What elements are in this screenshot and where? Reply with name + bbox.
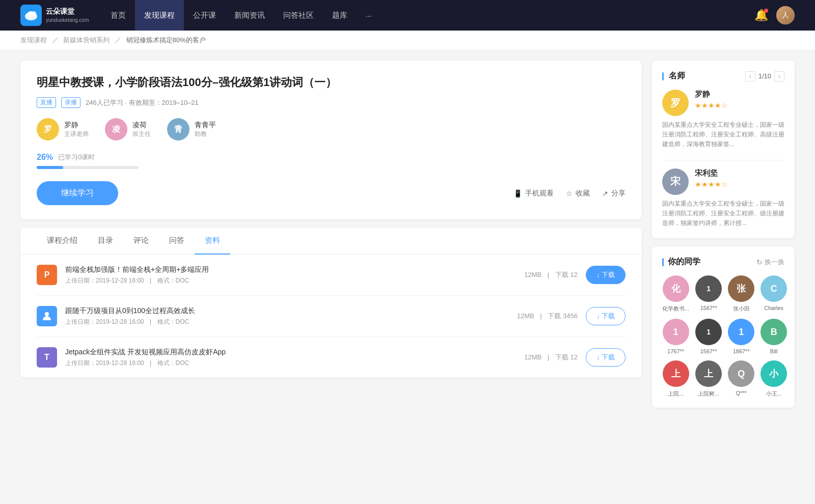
tab-comments[interactable]: 评论 <box>123 228 159 255</box>
resource-info-1: 前端全栈加强版！前端全栈+全周期+多端应用 上传日期：2019-12-28 16… <box>65 265 516 285</box>
navbar: 云朵课堂 yunduoketang.com 首页 发现课程 公开课 新闻资讯 问… <box>0 0 815 31</box>
tab-qa[interactable]: 问答 <box>159 228 195 255</box>
resource-item-3: T Jetpack全组件实战 开发短视频应用高仿皮皮虾App 上传日期：2019… <box>37 337 626 378</box>
course-meta-text: 246人已学习 · 有效期至：2019–10–21 <box>86 98 199 107</box>
classmate-9[interactable]: 上 上院... <box>662 360 689 398</box>
classmate-12-name: 小王... <box>760 390 787 398</box>
resource-item-1: P 前端全栈加强版！前端全栈+全周期+多端应用 上传日期：2019-12-28 … <box>37 255 626 296</box>
action-buttons: 📱 手机观看 ☆ 收藏 ↗ 分享 <box>513 189 626 198</box>
classmate-4[interactable]: C Charles <box>760 275 787 313</box>
teacher-sidebar-card: 名师 ‹ 1/10 › 罗 罗静 ★★★★☆ 国内某重点大学安全工 <box>652 61 795 238</box>
notification-dot <box>764 9 768 13</box>
teacher-sidebar-title: 名师 <box>662 71 685 81</box>
resource-name-1: 前端全栈加强版！前端全栈+全周期+多端应用 <box>65 265 516 274</box>
classmate-1-name: 化学教书... <box>662 305 689 313</box>
classmate-5-name: 1767** <box>662 348 689 354</box>
teacher-1: 罗 罗静 主讲老师 <box>37 118 89 141</box>
download-button-1[interactable]: ↓ 下载 <box>586 266 626 284</box>
svg-point-3 <box>45 312 49 316</box>
classmate-8[interactable]: B Bill <box>760 319 787 354</box>
breadcrumb: 发现课程 ／ 新媒体营销系列 ／ 销冠修炼术搞定80%的客户 <box>0 31 815 50</box>
classmate-1[interactable]: 化 化学教书... <box>662 275 689 313</box>
progress-section: 26% 已学习0课时 <box>37 153 626 169</box>
teacher-3: 青 青青平 助教 <box>167 118 216 141</box>
nav-item-news[interactable]: 新闻资讯 <box>225 0 274 31</box>
classmate-7[interactable]: 1 1867** <box>728 319 754 354</box>
resource-meta-2: 上传日期：2019-12-28 16:00 | 格式：DOC <box>65 318 509 326</box>
teacher-2-role: 班主任 <box>132 130 151 138</box>
sidebar-teacher-1-avatar: 罗 <box>662 90 689 116</box>
share-icon: ↗ <box>602 189 608 198</box>
resource-stats-1: 12MB | 下载 12 <box>524 270 578 279</box>
nav-item-courses[interactable]: 发现课程 <box>135 0 184 31</box>
resource-icon-1: P <box>37 265 57 285</box>
prev-teacher-button[interactable]: ‹ <box>745 71 755 81</box>
resource-stats-3: 12MB | 下载 12 <box>524 353 578 362</box>
resource-list: P 前端全栈加强版！前端全栈+全周期+多端应用 上传日期：2019-12-28 … <box>20 255 642 378</box>
resource-icon-2 <box>37 306 57 326</box>
user-avatar[interactable]: 人 <box>776 6 795 24</box>
nav-item-open[interactable]: 公开课 <box>184 0 225 31</box>
course-title: 明星中教授课，小学阶段语法100分–强化级第1讲动词（一） <box>37 75 626 90</box>
resource-info-2: 跟随千万级项目从0到100全过程高效成长 上传日期：2019-12-28 16:… <box>65 306 509 326</box>
nav-item-more[interactable]: ··· <box>357 0 382 31</box>
teachers-row: 罗 罗静 主讲老师 凌 凌荷 班主任 青 青青平 <box>37 118 626 141</box>
nav-item-home[interactable]: 首页 <box>101 0 135 31</box>
classmate-11-name: Q*** <box>728 390 754 396</box>
tab-intro[interactable]: 课程介绍 <box>37 228 88 255</box>
sidebar-teacher-1-stars: ★★★★☆ <box>695 101 728 109</box>
collect-button[interactable]: ☆ 收藏 <box>566 189 590 198</box>
resource-name-3: Jetpack全组件实战 开发短视频应用高仿皮皮虾App <box>65 348 516 357</box>
notification-bell[interactable]: 🔔 <box>754 9 768 22</box>
resource-stats-2: 12MB | 下载 3456 <box>517 312 578 321</box>
phone-icon: 📱 <box>513 189 522 198</box>
course-actions: 继续学习 📱 手机观看 ☆ 收藏 ↗ 分享 <box>37 181 626 205</box>
progress-bar-bg <box>37 166 139 169</box>
resource-name-2: 跟随千万级项目从0到100全过程高效成长 <box>65 306 509 316</box>
classmate-3-name: 张小田 <box>728 305 754 313</box>
phone-watch-button[interactable]: 📱 手机观看 <box>513 189 554 198</box>
classmate-10[interactable]: 上 上院树... <box>695 360 722 398</box>
classmate-12[interactable]: 小 小王... <box>760 360 787 398</box>
breadcrumb-series[interactable]: 新媒体营销系列 <box>63 36 110 44</box>
classmate-2[interactable]: 1 1567** <box>695 275 722 313</box>
teacher-3-role: 助教 <box>195 130 216 138</box>
classmates-grid: 化 化学教书... 1 1567** 张 张小田 C Charles <box>662 275 784 398</box>
refresh-classmates-button[interactable]: ↻ 换一换 <box>756 258 784 267</box>
classmate-3[interactable]: 张 张小田 <box>728 275 754 313</box>
sidebar-teacher-1-name: 罗静 <box>695 90 728 99</box>
resource-meta-3: 上传日期：2019-12-28 16:00 | 格式：DOC <box>65 359 516 368</box>
teacher-2-name: 凌荷 <box>132 121 151 130</box>
sidebar-teacher-2-stars: ★★★★☆ <box>695 180 728 188</box>
sidebar-teacher-1-desc: 国内某重点大学安全工程专业硕士，国家一级注册消防工程师、注册安全工程师、高级注册… <box>662 120 784 150</box>
progress-label: 26% <box>37 153 53 162</box>
next-teacher-button[interactable]: › <box>774 71 784 81</box>
share-button[interactable]: ↗ 分享 <box>602 189 626 198</box>
tab-resources[interactable]: 资料 <box>195 228 230 255</box>
tab-catalog[interactable]: 目录 <box>88 228 123 255</box>
teacher-3-name: 青青平 <box>195 121 216 130</box>
classmate-6[interactable]: 1 1567** <box>695 319 722 354</box>
sidebar-teacher-1: 罗 罗静 ★★★★☆ 国内某重点大学安全工程专业硕士，国家一级注册消防工程师、注… <box>662 90 784 150</box>
nav-item-quiz[interactable]: 题库 <box>323 0 357 31</box>
download-button-2[interactable]: ↓ 下载 <box>586 307 626 325</box>
breadcrumb-courses[interactable]: 发现课程 <box>20 36 47 44</box>
classmate-9-name: 上院... <box>662 390 689 398</box>
logo[interactable]: 云朵课堂 yunduoketang.com <box>20 5 89 26</box>
teacher-sidebar-header: 名师 ‹ 1/10 › <box>662 71 784 81</box>
classmate-5[interactable]: 1 1767** <box>662 319 689 354</box>
teacher-pagination: ‹ 1/10 › <box>745 71 784 81</box>
badge-live: 直播 <box>37 97 56 108</box>
teacher-1-role: 主讲老师 <box>64 130 89 138</box>
download-button-3[interactable]: ↓ 下载 <box>586 348 626 367</box>
continue-button[interactable]: 继续学习 <box>37 181 118 205</box>
classmates-title: 你的同学 <box>662 257 700 267</box>
refresh-icon: ↻ <box>756 258 763 266</box>
svg-point-2 <box>32 11 36 15</box>
course-meta-row: 直播 录播 246人已学习 · 有效期至：2019–10–21 <box>37 97 626 108</box>
resource-item-2: 跟随千万级项目从0到100全过程高效成长 上传日期：2019-12-28 16:… <box>37 296 626 337</box>
classmate-11[interactable]: Q Q*** <box>728 360 754 398</box>
nav-item-qa[interactable]: 问答社区 <box>274 0 323 31</box>
classmate-10-name: 上院树... <box>695 390 722 398</box>
classmate-2-name: 1567** <box>695 305 722 311</box>
